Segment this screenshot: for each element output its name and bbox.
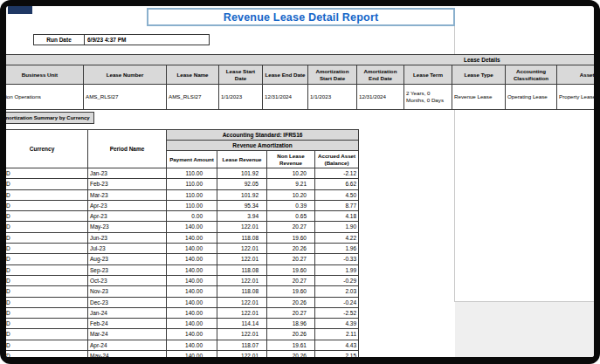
lease-details-section-title: Lease Details: [6, 55, 594, 65]
amortization-summary-section-label: Amortization Summary by Currency: [6, 112, 94, 124]
table-cell: 110.00: [167, 200, 217, 210]
table-row: Vision OperationsAMS_RLSI27AMS_RLSI271/1…: [6, 85, 594, 110]
table-row: USDOct-23140.00122.0120.27-0.29: [6, 275, 359, 285]
table-cell: 4.18: [315, 211, 359, 222]
table-row: USDFeb-23110.0092.059.216.62: [6, 179, 359, 189]
table-row: USDJun-23140.00118.0819.604.22: [6, 232, 359, 243]
table-row: USDAug-23140.00122.0120.27-0.33: [6, 254, 359, 264]
table-cell: USD: [6, 179, 88, 189]
outside-page-area: [455, 302, 594, 357]
table-cell: 1.96: [315, 244, 359, 254]
table-cell: USD: [6, 211, 88, 222]
table-cell: USD: [6, 329, 88, 340]
section-header-row: Lease Details: [6, 55, 594, 65]
table-cell: 101.92: [217, 168, 267, 179]
table-cell: Revenue Lease: [452, 85, 506, 110]
accounting-standard-header: Accounting Standard: IFRS16: [167, 130, 359, 141]
table-cell: 6.62: [315, 179, 359, 189]
column-header-lease-type: Lease Type: [452, 65, 506, 85]
table-cell: 19.60: [267, 232, 315, 243]
table-cell: 20.26: [267, 351, 315, 357]
table-cell: Operating Lease: [506, 85, 557, 110]
table-cell: Property Lease: [557, 85, 595, 110]
table-cell: 19.61: [267, 340, 315, 350]
table-row: USDApr-24140.00118.0719.614.43: [6, 340, 359, 350]
table-cell: Oct-23: [88, 275, 167, 285]
table-cell: 20.27: [267, 275, 315, 285]
table-cell: 92.05: [217, 179, 267, 189]
table-cell: 12/31/2024: [357, 85, 404, 110]
table-cell: 140.00: [167, 329, 217, 340]
table-row: USDApr-23110.0095.340.398.77: [6, 200, 359, 210]
table-cell: 0.65: [267, 211, 315, 222]
table-cell: USD: [6, 168, 88, 179]
table-cell: 122.01: [217, 351, 267, 357]
table-cell: 140.00: [167, 286, 217, 297]
table-cell: USD: [6, 222, 88, 232]
table-cell: May-24: [88, 351, 167, 357]
table-cell: Feb-24: [88, 319, 167, 329]
table-cell: 10.20: [267, 168, 315, 179]
table-row: USDNov-23140.00118.0819.602.03: [6, 286, 359, 297]
table-cell: 20.26: [267, 297, 315, 307]
column-header-amortization-end-date: Amortization End Date: [357, 65, 404, 85]
table-cell: USD: [6, 286, 88, 297]
revenue-amortization-header: Revenue Amortization: [167, 141, 359, 151]
table-cell: 122.01: [217, 244, 267, 254]
table-cell: May-23: [88, 222, 167, 232]
table-cell: 10.20: [267, 189, 315, 200]
table-cell: 18.96: [267, 319, 315, 329]
table-row: USDJan-23110.00101.9210.20-2.12: [6, 168, 359, 179]
table-cell: 20.26: [267, 329, 315, 340]
table-cell: 140.00: [167, 351, 217, 357]
column-header-lease-number: Lease Number: [84, 65, 167, 85]
table-cell: Dec-23: [88, 297, 167, 307]
table-cell: -0.33: [315, 254, 359, 264]
table-cell: USD: [6, 189, 88, 200]
lease-details-table: Lease Details Business Unit Lease Number…: [6, 54, 594, 110]
table-cell: 140.00: [167, 307, 217, 318]
table-row: USDDec-23140.00122.0120.26-0.24: [6, 297, 359, 307]
column-header-lease-revenue: Lease Revenue: [217, 151, 267, 168]
table-row: USDFeb-24140.00114.1418.964.39: [6, 319, 359, 329]
header-row-accounting-standard: Currency Period Name Accounting Standard…: [6, 130, 359, 141]
column-header-non-lease-revenue: Non Lease Revenue: [267, 151, 315, 168]
report-title-box: Revenue Lease Detail Report: [147, 8, 455, 26]
table-cell: 19.60: [267, 264, 315, 275]
table-cell: 122.01: [217, 275, 267, 285]
table-cell: Jan-23: [88, 168, 167, 179]
column-header-lease-name: Lease Name: [167, 65, 219, 85]
table-cell: 140.00: [167, 232, 217, 243]
table-cell: Apr-24: [88, 340, 167, 350]
column-header-payment-amount: Payment Amount: [167, 151, 217, 168]
table-cell: 1.99: [315, 264, 359, 275]
table-cell: USD: [6, 254, 88, 264]
table-cell: USD: [6, 244, 88, 254]
table-cell: -2.12: [315, 168, 359, 179]
table-row: USDJan-24140.00122.0120.27-2.52: [6, 307, 359, 318]
table-cell: 140.00: [167, 254, 217, 264]
table-cell: 118.08: [217, 232, 267, 243]
column-header-business-unit: Business Unit: [6, 65, 84, 85]
table-cell: -0.29: [315, 275, 359, 285]
report-window-frame: Revenue Lease Detail Report Run Date 6/9…: [0, 0, 600, 364]
table-cell: 118.08: [217, 264, 267, 275]
table-cell: Nov-23: [88, 286, 167, 297]
table-cell: 122.01: [217, 297, 267, 307]
table-cell: 122.01: [217, 329, 267, 340]
table-cell: USD: [6, 319, 88, 329]
table-row: USDMar-23110.00101.9210.204.50: [6, 189, 359, 200]
corner-decoration: [8, 6, 32, 14]
table-cell: USD: [6, 232, 88, 243]
table-cell: USD: [6, 297, 88, 307]
table-cell: Sep-23: [88, 264, 167, 275]
column-header-currency: Currency: [6, 130, 88, 168]
table-cell: 20.27: [267, 254, 315, 264]
page-title: Revenue Lease Detail Report: [224, 11, 379, 24]
table-cell: 4.43: [315, 340, 359, 350]
table-cell: -0.24: [315, 297, 359, 307]
table-cell: -2.52: [315, 307, 359, 318]
table-cell: 122.01: [217, 254, 267, 264]
run-date-label: Run Date: [33, 34, 85, 45]
table-cell: USD: [6, 200, 88, 210]
